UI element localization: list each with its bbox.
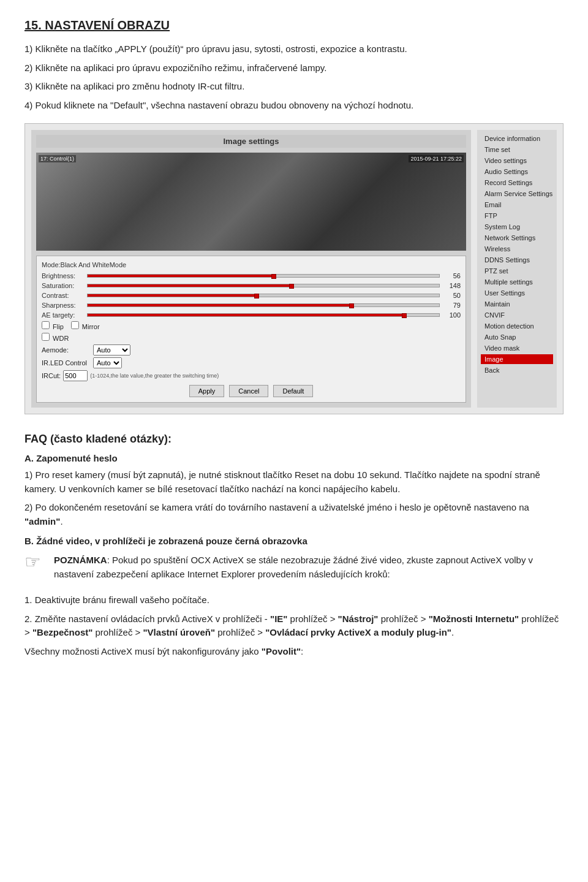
menu-item-auto-snap[interactable]: Auto Snap [481,332,553,342]
step-3-label: Všechny možnosti ActiveX musí být nakonf… [24,645,564,659]
slider-row-3: Sharpness: 79 [42,302,461,309]
menu-item-multiple-settings[interactable]: Multiple settings [481,277,553,287]
slider-label-3: Sharpness: [42,302,85,309]
step-2-label: 2. Změňte nastavení ovládacích prvků Act… [24,612,564,640]
ircut-note: (1-1024,the late value,the greater the s… [90,373,219,379]
camera-channel: 17: Control(1) [39,155,76,162]
slider-track-1[interactable] [87,284,440,287]
irled-select[interactable]: Auto On Off [93,357,122,368]
faq-heading: FAQ (často kladené otázky): [24,433,564,446]
page-title: 15. NASTAVENÍ OBRAZU [24,18,564,32]
slider-label-2: Contrast: [42,292,85,299]
menu-item-cnvif[interactable]: CNVIF [481,310,553,320]
menu-item-alarm-service-settings[interactable]: Alarm Service Settings [481,189,553,199]
slider-value-0: 56 [442,272,461,279]
menu-item-audio-settings[interactable]: Audio Settings [481,167,553,177]
slider-row-4: AE targety: 100 [42,311,461,319]
intro-p2: 2) Klikněte na aplikaci pro úpravu expoz… [24,61,564,75]
slider-value-3: 79 [442,302,461,309]
menu-item-maintain[interactable]: Maintain [481,299,553,309]
form-buttons-row: Apply Cancel Default [42,385,461,397]
image-settings-title: Image settings [36,135,466,148]
menu-item-back[interactable]: Back [481,365,553,375]
menu-item-user-settings[interactable]: User Settings [481,288,553,298]
menu-item-image[interactable]: Image [481,354,553,364]
faq-b-heading: B. Žádné video, v prohlížeči je zobrazen… [24,536,564,546]
irled-label: IR.LED Control [42,359,91,367]
mirror-checkbox-label[interactable]: Mirror [71,321,100,330]
slider-value-1: 148 [442,282,461,289]
menu-item-network-settings[interactable]: Network Settings [481,233,553,243]
camera-image [36,153,466,251]
flip-checkbox[interactable] [42,321,50,329]
slider-label-0: Brightness: [42,272,85,279]
faq-a-p1: 1) Pro reset kamery (musí být zapnutá), … [24,468,564,496]
mirror-checkbox[interactable] [71,321,79,329]
image-settings-panel: Image settings 17: Control(1) 2015-09-21… [31,130,471,408]
mode-label: Mode:Black And WhiteMode [42,261,461,268]
menu-item-wireless[interactable]: Wireless [481,244,553,254]
slider-value-2: 50 [442,292,461,299]
slider-row-2: Contrast: 50 [42,292,461,299]
intro-p1: 1) Klikněte na tlačítko „APPLY (použít)“… [24,42,564,56]
camera-datetime: 2015-09-21 17:25:22 [409,155,464,162]
slider-track-3[interactable] [87,303,440,307]
flip-mirror-row: Flip Mirror [42,321,461,330]
faq-a-heading: A. Zapomenuté heslo [24,453,564,463]
slider-label-1: Saturation: [42,282,85,289]
settings-form: Mode:Black And WhiteMode Brightness: 56 … [36,256,466,403]
apply-button[interactable]: Apply [189,385,225,397]
intro-p4: 4) Pokud kliknete na "Default", všechna … [24,99,564,113]
ircut-label: IRCut: [42,372,61,379]
image-settings-container: Image settings 17: Control(1) 2015-09-21… [24,123,564,414]
menu-item-email[interactable]: Email [481,200,553,210]
sliders-container: Brightness: 56 Saturation: 148 Contrast:… [42,272,461,319]
menu-item-video-settings[interactable]: Video settings [481,156,553,165]
note-label: POZNÁMKA [54,555,107,565]
wdr-checkbox-label[interactable]: WDR [42,333,69,342]
flip-checkbox-label[interactable]: Flip [42,321,64,330]
ircut-input[interactable] [63,370,88,381]
note-content: POZNÁMKA: Pokud po spuštění OCX ActiveX … [54,553,564,586]
menu-item-record-settings[interactable]: Record Settings [481,178,553,188]
slider-track-0[interactable] [87,274,440,278]
menu-item-system-log[interactable]: System Log [481,222,553,232]
slider-track-4[interactable] [87,313,440,317]
step-1-text: Deaktivujte bránu firewall vašeho počíta… [35,595,209,605]
right-menu: Device informationTime setVideo settings… [477,130,557,408]
slider-track-2[interactable] [87,294,440,297]
note-icon: ☞ [24,551,47,572]
aemode-row: Aemode: Auto Manual [42,344,461,355]
default-button[interactable]: Default [273,385,313,397]
ircut-row: IRCut: (1-1024,the late value,the greate… [42,370,461,381]
wdr-row: WDR [42,333,461,342]
step-1-label: 1. Deaktivujte bránu firewall vašeho poč… [24,593,564,607]
camera-preview: 17: Control(1) 2015-09-21 17:25:22 [36,153,466,251]
slider-row-0: Brightness: 56 [42,272,461,279]
menu-item-ftp[interactable]: FTP [481,211,553,221]
menu-item-ddns-settings[interactable]: DDNS Settings [481,255,553,265]
menu-item-motion-detection[interactable]: Motion detection [481,321,553,331]
wdr-checkbox[interactable] [42,333,50,341]
menu-item-ptz-set[interactable]: PTZ set [481,266,553,276]
note-box: ☞ POZNÁMKA: Pokud po spuštění OCX Active… [24,553,564,586]
slider-label-4: AE targety: [42,311,85,319]
slider-row-1: Saturation: 148 [42,282,461,289]
aemode-label: Aemode: [42,346,91,354]
faq-a-p2: 2) Po dokončeném resetování se kamera vr… [24,501,564,528]
note-text: POZNÁMKA: Pokud po spuštění OCX ActiveX … [54,553,564,581]
cancel-button[interactable]: Cancel [229,385,268,397]
aemode-select[interactable]: Auto Manual [93,344,130,355]
irled-row: IR.LED Control Auto On Off [42,357,461,368]
menu-item-device-information[interactable]: Device information [481,134,553,143]
intro-p3: 3) Klikněte na aplikaci pro změnu hodnot… [24,80,564,94]
menu-item-video-mask[interactable]: Video mask [481,343,553,353]
menu-item-time-set[interactable]: Time set [481,145,553,154]
slider-value-4: 100 [442,311,461,319]
